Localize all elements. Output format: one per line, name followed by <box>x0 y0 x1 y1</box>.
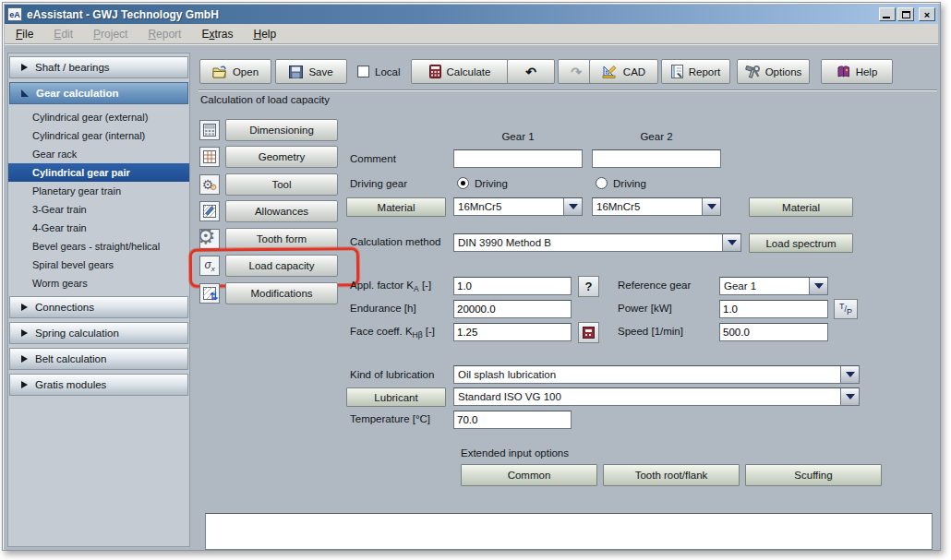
sidebar-item-bevel-gears[interactable]: Bevel gears - straight/helical <box>8 237 189 256</box>
dropdown-arrow-icon[interactable] <box>702 198 720 215</box>
material-gear2-dropdown[interactable]: 16MnCr5 <box>592 197 721 216</box>
tooth-form-icon: ⚙ <box>199 229 220 249</box>
calculate-button[interactable]: Calculate <box>411 59 509 84</box>
driving-gear1-radio[interactable] <box>457 177 469 189</box>
help-button[interactable]: Help <box>821 59 893 84</box>
driving-gear1-radio-label: Driving <box>475 178 508 189</box>
endurance-input[interactable] <box>453 300 572 318</box>
save-button[interactable]: Save <box>275 59 347 84</box>
sidebar-section-connections[interactable]: Connections <box>9 296 188 318</box>
lubrication-dropdown[interactable]: Oil splash lubrication <box>453 365 860 384</box>
material-gear1-dropdown[interactable]: 16MnCr5 <box>453 197 583 216</box>
cad-button[interactable]: CAD <box>589 59 658 84</box>
scuffing-button[interactable]: Scuffing <box>745 464 882 486</box>
local-checkbox-label: Local <box>375 66 401 77</box>
allowances-button[interactable]: Allowances <box>225 200 338 222</box>
speed-input[interactable] <box>719 323 828 341</box>
open-button[interactable]: Open <box>199 59 271 84</box>
comment-gear2-input[interactable] <box>592 149 721 168</box>
help-label: Help <box>856 66 878 77</box>
menu-report: Report <box>148 28 181 41</box>
report-button[interactable]: Report <box>661 59 730 84</box>
load-capacity-button[interactable]: Load capacity <box>225 255 338 277</box>
toolbar-separator <box>199 89 937 91</box>
undo-button[interactable]: ↶ <box>507 59 555 84</box>
mini-calculator-icon <box>583 327 595 339</box>
calculate-label: Calculate <box>447 66 491 77</box>
close-button[interactable]: × <box>919 7 935 21</box>
endurance-label: Endurance [h] <box>350 303 416 314</box>
sidebar-item-gear-rack[interactable]: Gear rack <box>8 145 189 163</box>
sidebar-section-gear-calculation[interactable]: Gear calculation <box>9 82 188 104</box>
menu-help[interactable]: Help <box>253 28 276 41</box>
options-tools-icon <box>745 65 760 78</box>
dimensioning-button[interactable]: Dimensioning <box>225 119 338 141</box>
page-title: Calculation of load capacity <box>200 94 330 105</box>
temperature-input[interactable] <box>453 411 572 429</box>
appl-factor-help-button[interactable]: ? <box>578 276 599 297</box>
collapsed-triangle-icon <box>21 355 28 363</box>
sidebar-section-belt-calculation[interactable]: Belt calculation <box>9 348 188 370</box>
load-spectrum-button[interactable]: Load spectrum <box>749 233 853 253</box>
sidebar-item-cylindrical-gear-pair[interactable]: Cylindrical gear pair <box>8 163 189 182</box>
modifications-icon: ⇅ <box>199 283 220 304</box>
dropdown-arrow-icon[interactable] <box>840 388 859 405</box>
appl-factor-label: Appl. factor KA [-] <box>350 280 431 293</box>
options-button[interactable]: Options <box>737 59 810 84</box>
dimensioning-icon <box>199 120 220 140</box>
geometry-button[interactable]: Geometry <box>225 146 338 168</box>
sidebar-item-spiral-bevel-gears[interactable]: Spiral bevel gears <box>8 256 189 274</box>
reference-gear-dropdown[interactable]: Gear 1 <box>719 277 828 295</box>
local-checkbox[interactable] <box>357 66 369 77</box>
torque-power-toggle-button[interactable]: T/P <box>834 299 858 319</box>
title-bar[interactable]: eA eAssistant - GWJ Technology GmbH × <box>5 5 938 24</box>
sidebar-section-gratis-modules[interactable]: Gratis modules <box>9 374 188 396</box>
calculation-method-dropdown[interactable]: DIN 3990 Method B <box>453 233 741 252</box>
dropdown-arrow-icon[interactable] <box>563 198 582 215</box>
sidebar-item-cylindrical-gear-internal[interactable]: Cylindrical gear (internal) <box>8 126 189 145</box>
load-capacity-sigma-icon: σx <box>199 256 220 276</box>
tooth-form-button[interactable]: Tooth form <box>225 228 338 250</box>
tool-button[interactable]: Tool <box>225 173 338 196</box>
maximize-button[interactable] <box>897 7 914 21</box>
gear1-column-header: Gear 1 <box>453 131 583 142</box>
tooth-root-flank-button[interactable]: Tooth root/flank <box>603 464 740 486</box>
sidebar-item-planetary-gear-train[interactable]: Planetary gear train <box>8 182 189 200</box>
section-label: Connections <box>35 302 94 313</box>
comment-gear1-input[interactable] <box>453 149 583 168</box>
temperature-label: Temperature [°C] <box>350 413 430 424</box>
expanded-triangle-icon <box>21 89 29 97</box>
lubricant-button[interactable]: Lubricant <box>346 387 446 407</box>
section-label: Shaft / bearings <box>35 62 110 73</box>
menu-extras[interactable]: Extras <box>201 28 233 41</box>
face-coeff-calculator-button[interactable] <box>578 322 599 343</box>
dropdown-arrow-icon[interactable] <box>840 366 859 383</box>
sidebar-item-worm-gears[interactable]: Worm gears <box>8 274 189 292</box>
collapsed-triangle-icon <box>21 329 28 337</box>
lubricant-dropdown[interactable]: Standard ISO VG 100 <box>453 387 860 406</box>
driving-gear2-radio[interactable] <box>596 177 608 189</box>
sidebar-item-cylindrical-gear-external[interactable]: Cylindrical gear (external) <box>8 108 189 126</box>
reference-gear-label: Reference gear <box>618 280 691 291</box>
material-gear2-button[interactable]: Material <box>749 197 853 217</box>
modifications-button[interactable]: Modifications <box>225 282 338 304</box>
common-button[interactable]: Common <box>461 464 597 486</box>
tool-gears-icon: ⚙⚙ <box>199 174 220 195</box>
geometry-icon <box>199 147 220 167</box>
dropdown-arrow-icon[interactable] <box>722 234 740 251</box>
sidebar-section-shaft-bearings[interactable]: Shaft / bearings <box>9 56 188 78</box>
window-title: eAssistant - GWJ Technology GmbH <box>27 8 219 21</box>
face-coeff-input[interactable] <box>453 323 572 341</box>
menu-file[interactable]: File <box>16 28 33 41</box>
dropdown-arrow-icon[interactable] <box>809 278 827 294</box>
appl-factor-input[interactable] <box>453 277 572 295</box>
sidebar-item-4-gear-train[interactable]: 4-Gear train <box>8 219 189 237</box>
section-label: Gratis modules <box>35 379 106 390</box>
menu-bar: File Edit Project Report Extras Help <box>5 24 938 44</box>
sidebar-section-spring-calculation[interactable]: Spring calculation <box>9 322 188 344</box>
sidebar-item-3-gear-train[interactable]: 3-Gear train <box>8 200 189 219</box>
power-label: Power [kW] <box>618 303 672 314</box>
minimize-button[interactable] <box>879 7 896 21</box>
power-input[interactable] <box>719 300 828 318</box>
material-gear1-button[interactable]: Material <box>346 197 446 217</box>
